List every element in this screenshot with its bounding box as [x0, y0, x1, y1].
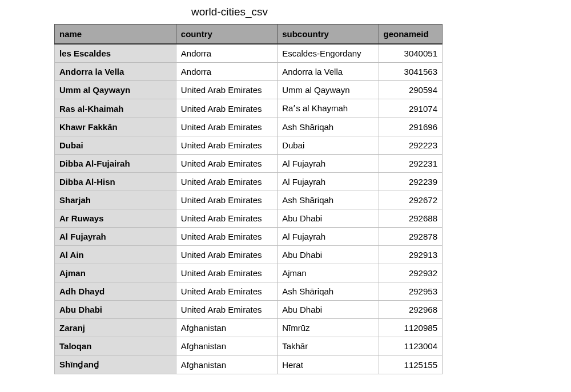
table-row: TaloqanAfghanistanTakhār1123004 — [55, 337, 443, 355]
cell-country: United Arab Emirates — [176, 136, 277, 155]
data-table: name country subcountry geonameid les Es… — [54, 24, 443, 374]
page-container: world-cities_csv name country subcountry… — [0, 0, 571, 374]
cell-geonameid: 292672 — [379, 191, 443, 209]
cell-name: Taloqan — [55, 337, 176, 355]
cell-subcountry: Dubai — [278, 136, 379, 155]
table-row: Umm al QaywaynUnited Arab EmiratesUmm al… — [55, 81, 443, 99]
table-row: DubaiUnited Arab EmiratesDubai292223 — [55, 136, 443, 155]
table-header-row: name country subcountry geonameid — [55, 25, 443, 45]
table-row: Dibba Al-FujairahUnited Arab EmiratesAl … — [55, 155, 443, 173]
cell-country: United Arab Emirates — [176, 173, 277, 191]
cell-subcountry: Abu Dhabi — [278, 301, 379, 319]
col-header-subcountry: subcountry — [278, 25, 379, 45]
cell-name: Adh Dhayd — [55, 282, 176, 301]
cell-geonameid: 3041563 — [379, 63, 443, 81]
cell-name: Umm al Qaywayn — [55, 81, 176, 99]
table-row: Ar RuwaysUnited Arab EmiratesAbu Dhabi29… — [55, 209, 443, 228]
cell-geonameid: 3040051 — [379, 44, 443, 63]
cell-geonameid: 1120985 — [379, 319, 443, 337]
cell-subcountry: Herat — [278, 355, 379, 374]
table-title: world-cities_csv — [54, 6, 571, 18]
cell-country: Afghanistan — [176, 355, 277, 374]
cell-geonameid: 291696 — [379, 118, 443, 136]
cell-geonameid: 292913 — [379, 246, 443, 264]
cell-name: Dibba Al-Fujairah — [55, 155, 176, 173]
table-row: SharjahUnited Arab EmiratesAsh Shāriqah2… — [55, 191, 443, 209]
cell-name: Zaranj — [55, 319, 176, 337]
cell-country: Afghanistan — [176, 337, 277, 355]
cell-name: Andorra la Vella — [55, 63, 176, 81]
cell-country: United Arab Emirates — [176, 301, 277, 319]
cell-name: Al Ain — [55, 246, 176, 264]
cell-country: United Arab Emirates — [176, 209, 277, 228]
cell-name: Abu Dhabi — [55, 301, 176, 319]
cell-name: Ar Ruways — [55, 209, 176, 228]
cell-geonameid: 292239 — [379, 173, 443, 191]
cell-country: United Arab Emirates — [176, 246, 277, 264]
cell-country: United Arab Emirates — [176, 81, 277, 99]
cell-country: Afghanistan — [176, 319, 277, 337]
cell-subcountry: Abu Dhabi — [278, 209, 379, 228]
table-body: les EscaldesAndorraEscaldes-Engordany304… — [55, 44, 443, 374]
cell-subcountry: Ash Shāriqah — [278, 118, 379, 136]
cell-country: United Arab Emirates — [176, 118, 277, 136]
cell-country: Andorra — [176, 63, 277, 81]
table-row: Ras al-KhaimahUnited Arab EmiratesRaʼs a… — [55, 99, 443, 118]
cell-subcountry: Nīmrūz — [278, 319, 379, 337]
cell-country: United Arab Emirates — [176, 282, 277, 301]
cell-subcountry: Ash Shāriqah — [278, 282, 379, 301]
col-header-name: name — [55, 25, 176, 45]
cell-geonameid: 292688 — [379, 209, 443, 228]
cell-geonameid: 292932 — [379, 264, 443, 282]
cell-name: Ajman — [55, 264, 176, 282]
cell-subcountry: Takhār — [278, 337, 379, 355]
cell-subcountry: Al Fujayrah — [278, 228, 379, 246]
table-row: ZaranjAfghanistanNīmrūz1120985 — [55, 319, 443, 337]
table-row: Adh DhaydUnited Arab EmiratesAsh Shāriqa… — [55, 282, 443, 301]
cell-name: Al Fujayrah — [55, 228, 176, 246]
table-row: AjmanUnited Arab EmiratesAjman292932 — [55, 264, 443, 282]
cell-subcountry: Andorra la Vella — [278, 63, 379, 81]
table-header: name country subcountry geonameid — [55, 25, 443, 45]
cell-name: Dubai — [55, 136, 176, 155]
cell-country: United Arab Emirates — [176, 228, 277, 246]
cell-geonameid: 1125155 — [379, 355, 443, 374]
cell-geonameid: 292953 — [379, 282, 443, 301]
cell-geonameid: 292231 — [379, 155, 443, 173]
table-row: Khawr FakkānUnited Arab EmiratesAsh Shār… — [55, 118, 443, 136]
cell-name: Ras al-Khaimah — [55, 99, 176, 118]
cell-country: United Arab Emirates — [176, 155, 277, 173]
table-row: Andorra la VellaAndorraAndorra la Vella3… — [55, 63, 443, 81]
cell-geonameid: 292968 — [379, 301, 443, 319]
cell-country: Andorra — [176, 44, 277, 63]
table-row: Al FujayrahUnited Arab EmiratesAl Fujayr… — [55, 228, 443, 246]
cell-country: United Arab Emirates — [176, 191, 277, 209]
table-row: Abu DhabiUnited Arab EmiratesAbu Dhabi29… — [55, 301, 443, 319]
cell-country: United Arab Emirates — [176, 264, 277, 282]
table-row: ShīnḏanḏAfghanistanHerat1125155 — [55, 355, 443, 374]
cell-geonameid: 290594 — [379, 81, 443, 99]
cell-country: United Arab Emirates — [176, 99, 277, 118]
cell-geonameid: 1123004 — [379, 337, 443, 355]
cell-geonameid: 292223 — [379, 136, 443, 155]
cell-subcountry: Al Fujayrah — [278, 173, 379, 191]
cell-name: Khawr Fakkān — [55, 118, 176, 136]
cell-subcountry: Al Fujayrah — [278, 155, 379, 173]
cell-name: Sharjah — [55, 191, 176, 209]
cell-subcountry: Raʼs al Khaymah — [278, 99, 379, 118]
cell-name: les Escaldes — [55, 44, 176, 63]
cell-subcountry: Umm al Qaywayn — [278, 81, 379, 99]
cell-subcountry: Escaldes-Engordany — [278, 44, 379, 63]
cell-name: Dibba Al-Hisn — [55, 173, 176, 191]
cell-geonameid: 292878 — [379, 228, 443, 246]
cell-name: Shīnḏanḏ — [55, 355, 176, 374]
cell-subcountry: Ash Shāriqah — [278, 191, 379, 209]
table-row: Al AinUnited Arab EmiratesAbu Dhabi29291… — [55, 246, 443, 264]
cell-subcountry: Ajman — [278, 264, 379, 282]
cell-geonameid: 291074 — [379, 99, 443, 118]
col-header-geonameid: geonameid — [379, 25, 443, 45]
table-row: Dibba Al-HisnUnited Arab EmiratesAl Fuja… — [55, 173, 443, 191]
table-row: les EscaldesAndorraEscaldes-Engordany304… — [55, 44, 443, 63]
cell-subcountry: Abu Dhabi — [278, 246, 379, 264]
col-header-country: country — [176, 25, 277, 45]
